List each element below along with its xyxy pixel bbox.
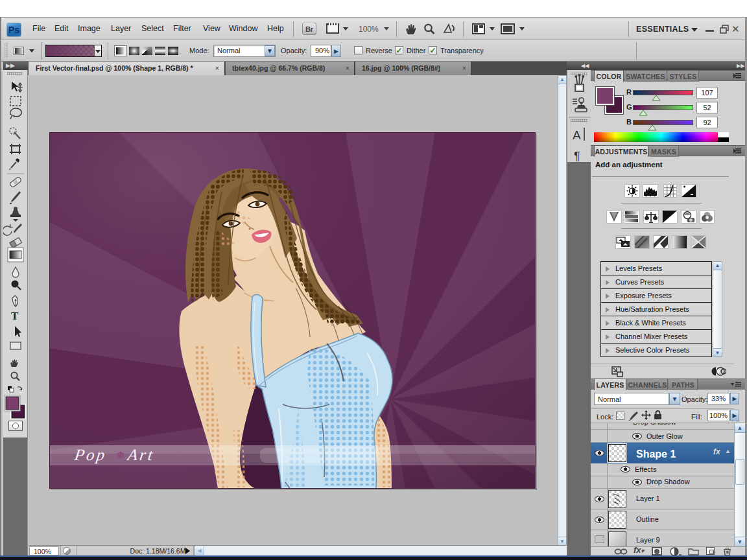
- svg-text:Pop: Pop: [73, 446, 108, 463]
- svg-text:A: A: [573, 128, 581, 142]
- svg-text:✽: ✽: [117, 450, 124, 460]
- svg-text:¶: ¶: [574, 150, 580, 162]
- svg-text:T: T: [11, 310, 19, 322]
- svg-text:Art: Art: [125, 446, 156, 463]
